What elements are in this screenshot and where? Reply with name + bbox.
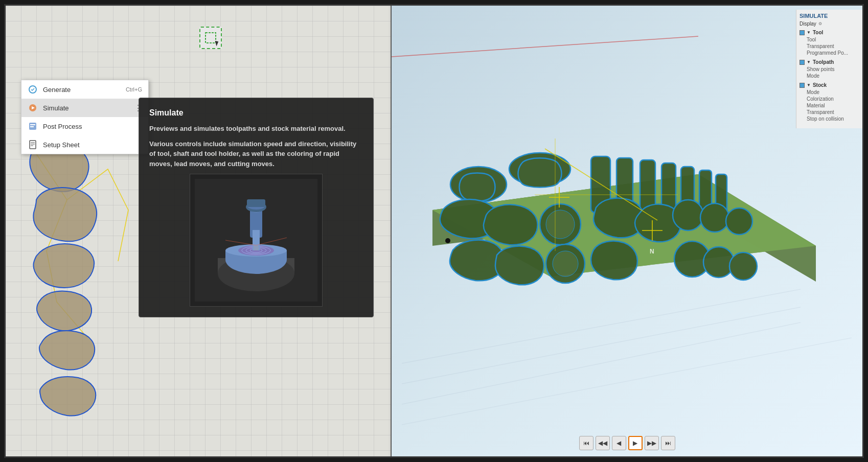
tool-item-transparent[interactable]: Transparent <box>800 43 859 50</box>
tool-item-tool[interactable]: Tool <box>800 36 859 43</box>
generate-svg-icon <box>28 85 37 94</box>
rewind-button[interactable]: ◀◀ <box>596 436 610 450</box>
display-label: Display <box>800 21 816 27</box>
fast-forward-button[interactable]: ▶▶ <box>645 436 659 450</box>
post-process-icon <box>28 121 38 131</box>
svg-rect-46 <box>254 245 259 250</box>
tooltip-description-2: Various controls include simulation spee… <box>149 139 363 169</box>
side-panel-title: SIMULATE <box>800 13 859 19</box>
left-panel: G1G2 ACTIONS <box>6 6 392 456</box>
tool-section-header[interactable]: ▼ Tool <box>800 30 859 35</box>
post-process-svg-icon <box>28 122 37 131</box>
fast-forward-icon: ▶▶ <box>647 440 656 447</box>
generate-shortcut: Ctrl+G <box>126 86 142 93</box>
step-back-icon: ◀ <box>616 440 621 447</box>
toolpath-expand-arrow: ▼ <box>807 60 811 64</box>
stock-section-label: Stock <box>813 82 827 88</box>
right-panel: N SIMULATE Display ⚙ ▼ Tool <box>392 6 862 456</box>
setup-sheet-label: Setup Sheet <box>43 141 80 149</box>
svg-point-65 <box>546 210 575 239</box>
generate-label: Generate <box>43 86 71 94</box>
svg-point-66 <box>673 200 703 230</box>
tooltip-title: Simulate <box>149 108 363 118</box>
toolpath-section-label: Toolpath <box>813 59 834 65</box>
svg-text:N: N <box>650 248 654 255</box>
tool-checkbox[interactable] <box>800 30 805 35</box>
stock-item-material[interactable]: Material <box>800 102 859 109</box>
skip-back-button[interactable]: ⏮ <box>579 436 593 450</box>
toolpath-item-mode[interactable]: Mode <box>800 73 859 79</box>
svg-rect-19 <box>205 33 216 43</box>
actions-dropdown-menu: Generate Ctrl+G Simulate ⋮ <box>21 80 149 154</box>
setup-sheet-svg-icon <box>28 140 37 149</box>
simulate-tooltip-popup: Simulate Previews and simulates toolpath… <box>139 98 374 317</box>
select-cursor-icon <box>215 40 220 46</box>
simulate-label: Simulate <box>43 104 69 112</box>
display-row: Display ⚙ <box>800 21 859 27</box>
skip-forward-icon: ⏭ <box>665 440 671 447</box>
step-back-button[interactable]: ◀ <box>612 436 626 450</box>
svg-rect-25 <box>30 141 36 149</box>
stock-checkbox[interactable] <box>800 83 805 88</box>
simulate-svg-icon <box>28 103 37 112</box>
tooltip-cnc-image <box>190 174 323 307</box>
simulate-side-panel: SIMULATE Display ⚙ ▼ Tool Tool Transpare… <box>796 10 862 128</box>
toolpath-section: ▼ Toolpath Show points Mode <box>800 59 859 79</box>
toolpath-section-header[interactable]: ▼ Toolpath <box>800 59 859 65</box>
svg-rect-24 <box>30 126 34 127</box>
stock-item-stop-collision[interactable]: Stop on collision <box>800 115 859 122</box>
skip-back-icon: ⏮ <box>583 440 589 447</box>
tooltip-description-1: Previews and simulates toolpaths and sto… <box>149 124 363 134</box>
bottom-nav-controls: ⏮ ◀◀ ◀ ▶ ▶▶ ⏭ <box>579 436 675 450</box>
display-options-icon: ⚙ <box>818 21 822 26</box>
skip-forward-button[interactable]: ⏭ <box>661 436 675 450</box>
3d-grid-svg: N <box>392 6 862 456</box>
post-process-label: Post Process <box>43 123 82 130</box>
svg-point-70 <box>553 251 578 276</box>
svg-rect-59 <box>640 160 655 211</box>
post-process-menu-item[interactable]: Post Process <box>21 117 148 135</box>
select-button[interactable] <box>199 27 222 49</box>
stock-section: ▼ Stock Mode Colorization Material Trans… <box>800 82 859 122</box>
simulate-menu-item[interactable]: Simulate ⋮ <box>21 99 148 117</box>
generate-icon <box>28 84 38 95</box>
simulate-icon <box>28 103 38 113</box>
select-icons <box>199 27 222 49</box>
svg-rect-45 <box>247 199 265 207</box>
svg-point-82 <box>445 238 450 243</box>
cnc-machine-svg <box>195 179 317 302</box>
stock-item-transparent[interactable]: Transparent <box>800 109 859 115</box>
play-button[interactable]: ▶ <box>628 436 643 450</box>
stock-expand-arrow: ▼ <box>807 83 811 87</box>
tool-expand-arrow: ▼ <box>807 30 811 35</box>
rewind-icon: ◀◀ <box>598 440 607 447</box>
tool-section: ▼ Tool Tool Transparent Programmed Po... <box>800 30 859 56</box>
play-icon: ▶ <box>633 440 637 447</box>
svg-rect-23 <box>30 124 35 125</box>
stock-section-header[interactable]: ▼ Stock <box>800 82 859 88</box>
toolpath-checkbox[interactable] <box>800 60 805 65</box>
setup-sheet-icon <box>28 140 38 150</box>
generate-menu-item[interactable]: Generate Ctrl+G <box>21 80 148 99</box>
tool-section-label: Tool <box>813 30 823 35</box>
stock-item-colorization[interactable]: Colorization <box>800 96 859 102</box>
svg-point-73 <box>729 252 757 280</box>
main-window: G1G2 ACTIONS <box>4 4 864 458</box>
svg-point-67 <box>700 203 729 232</box>
toolpath-item-show-points[interactable]: Show points <box>800 66 859 73</box>
viewport-3d[interactable]: N SIMULATE Display ⚙ ▼ Tool <box>392 6 862 456</box>
stock-item-mode[interactable]: Mode <box>800 89 859 96</box>
setup-sheet-menu-item[interactable]: Setup Sheet <box>21 135 148 154</box>
svg-point-68 <box>726 208 752 235</box>
tool-item-programmed[interactable]: Programmed Po... <box>800 50 859 56</box>
